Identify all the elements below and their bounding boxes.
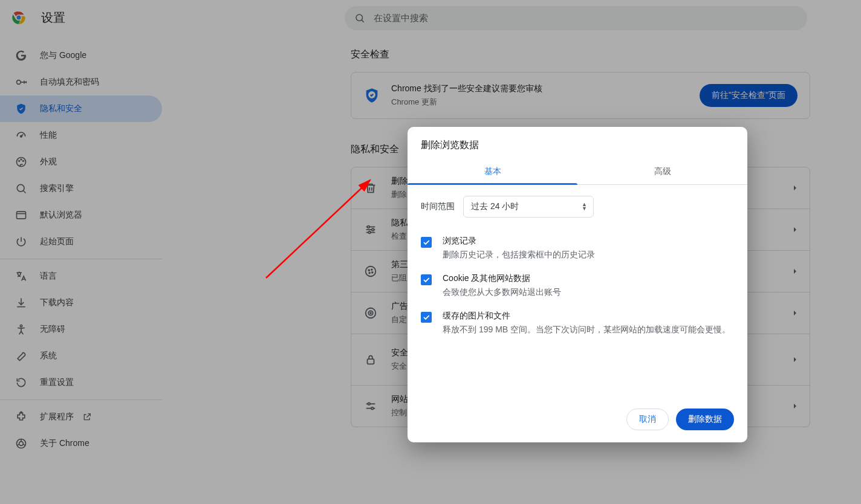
clear-browsing-data-dialog: 删除浏览数据 基本 高级 时间范围 过去 24 小时 ▲▼ 浏览记录 删除历史记… [408, 127, 747, 442]
checkbox-cached-images[interactable] [421, 312, 432, 323]
dialog-title: 删除浏览数据 [408, 127, 747, 160]
dialog-tabs: 基本 高级 [408, 160, 747, 185]
time-range-select[interactable]: 过去 24 小时 ▲▼ [463, 196, 594, 218]
time-range-label: 时间范围 [421, 201, 455, 212]
checkbox-cookies[interactable] [421, 274, 432, 285]
option-cookies[interactable]: Cookie 及其他网站数据 会致使您从大多数网站退出账号 [421, 267, 734, 305]
tab-advanced[interactable]: 高级 [577, 160, 747, 184]
dropdown-caret-icon: ▲▼ [582, 202, 587, 211]
option-browsing-history[interactable]: 浏览记录 删除历史记录，包括搜索框中的历史记录 [421, 230, 734, 267]
cancel-button[interactable]: 取消 [626, 409, 669, 430]
checkbox-browsing-history[interactable] [421, 237, 432, 248]
option-cached-images[interactable]: 缓存的图片和文件 释放不到 199 MB 空间。当您下次访问时，某些网站的加载速… [421, 305, 734, 342]
time-range-value: 过去 24 小时 [471, 201, 519, 212]
delete-data-button[interactable]: 删除数据 [676, 409, 734, 430]
tab-basic[interactable]: 基本 [408, 160, 577, 184]
